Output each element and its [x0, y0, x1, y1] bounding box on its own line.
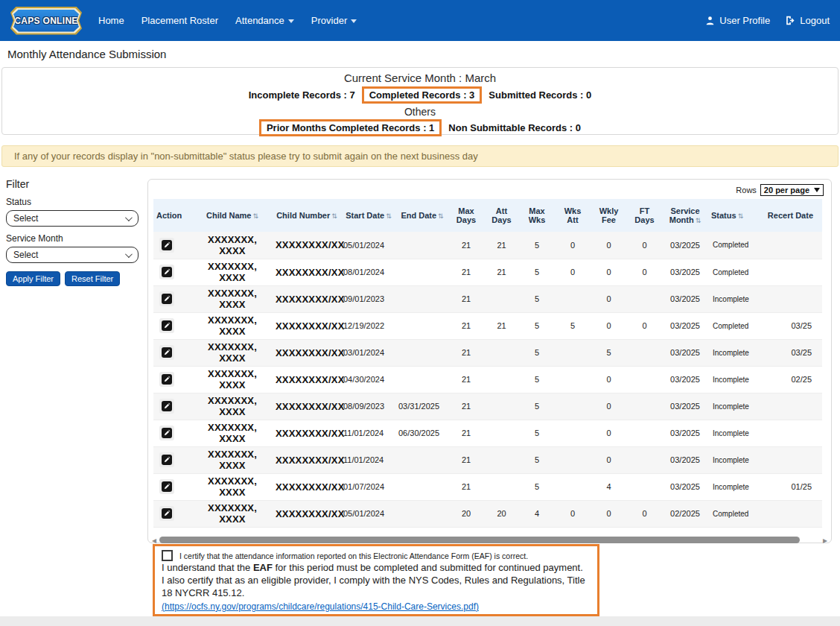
cell-att-days: 20 [484, 500, 519, 527]
reset-filter-button[interactable]: Reset Filter [65, 271, 120, 286]
sort-icon: ⇅ [252, 212, 258, 220]
col-header-status[interactable]: Status⇅ [708, 199, 751, 232]
apply-filter-button[interactable]: Apply Filter [6, 271, 60, 286]
edit-record-button[interactable] [159, 345, 174, 360]
logout-link[interactable]: Logout [785, 15, 830, 26]
rows-per-page-select[interactable]: 20 per page [760, 184, 824, 196]
scrollbar-thumb[interactable] [159, 537, 800, 543]
col-header-start-date[interactable]: Start Date⇅ [341, 199, 396, 232]
cell-name: XXXXXXX, XXXX [192, 446, 273, 473]
cell-max-wks: 5 [519, 420, 555, 446]
col-header-recert-date: Recert Date [751, 199, 822, 232]
cell-status: Incomplete [708, 366, 751, 393]
edit-record-button[interactable] [159, 399, 174, 414]
cell-recert: 03/25 [751, 312, 822, 339]
edit-record-button[interactable] [159, 426, 174, 440]
edit-record-button[interactable] [159, 372, 174, 387]
cell-max-wks: 5 [519, 232, 555, 259]
cell-end [396, 500, 448, 527]
submitted-records-count: Submitted Records : 0 [489, 89, 591, 101]
non-submittable-warning: If any of your records display in "non-s… [1, 145, 839, 167]
chevron-down-icon [351, 19, 357, 23]
pencil-icon [162, 294, 172, 304]
cell-att-days [484, 420, 519, 446]
col-header-end-date[interactable]: End Date⇅ [396, 199, 448, 232]
nav-right: User Profile Logout [705, 15, 830, 26]
cell-max-wks: 4 [519, 500, 555, 527]
cell-max-days: 21 [448, 232, 484, 259]
cell-start: 04/30/2024 [341, 366, 396, 393]
pencil-icon [162, 401, 172, 411]
edit-record-button[interactable] [159, 452, 174, 467]
nav-placement-roster[interactable]: Placement Roster [141, 15, 218, 26]
non-submittable-records-count: Non Submittable Records : 0 [448, 122, 581, 133]
nav-attendance-dropdown[interactable]: Attendance [235, 15, 294, 26]
cell-name: XXXXXXX, XXXX [192, 393, 273, 420]
caps-online-logo[interactable]: CAPS ONLINE [10, 7, 82, 35]
summary-panel: Current Service Month : March Incomplete… [1, 67, 839, 135]
edit-record-button[interactable] [159, 238, 174, 253]
cell-recert: 02/25 [751, 366, 822, 393]
cell-recert [751, 500, 822, 527]
col-header-max-days: Max Days [448, 199, 484, 232]
cell-service-month: 03/2025 [662, 366, 708, 393]
cell-max-days: 21 [448, 339, 484, 366]
incomplete-records-count: Incomplete Records : 7 [249, 89, 355, 101]
cell-name: XXXXXXX, XXXX [192, 473, 273, 500]
cell-ft-days: 0 [627, 232, 662, 259]
cell-wkly-fee: 0 [591, 259, 627, 285]
scrollbar-track[interactable] [159, 537, 820, 544]
service-month-filter-label: Service Month [6, 233, 140, 244]
cell-action [153, 473, 192, 500]
certify-checkbox[interactable] [162, 550, 173, 561]
cell-action [153, 339, 192, 366]
rows-label: Rows [736, 186, 757, 195]
cell-max-days: 21 [448, 312, 484, 339]
nav-home[interactable]: Home [98, 15, 124, 26]
cell-max-days: 21 [448, 393, 484, 420]
status-select[interactable]: Select [6, 210, 139, 227]
cell-action [153, 420, 192, 446]
cell-action [153, 312, 192, 339]
cell-max-wks: 5 [519, 312, 555, 339]
cell-att-days: 21 [484, 312, 519, 339]
cell-status: Incomplete [708, 473, 751, 500]
col-header-wkly-fee: Wkly Fee [591, 199, 627, 232]
attendance-table-panel: Rows 20 per page ActionChild Name⇅Child … [147, 179, 832, 543]
col-header-wks-att: Wks Att [555, 199, 591, 232]
certify-statement: I certify that the attendance informatio… [179, 551, 528, 560]
scroll-right-arrow-icon[interactable]: ▸ [823, 536, 827, 545]
pencil-icon [162, 267, 172, 277]
nav-provider-dropdown[interactable]: Provider [311, 15, 357, 26]
scroll-left-arrow-icon[interactable]: ◂ [152, 536, 156, 545]
others-label: Others [2, 106, 838, 118]
cell-service-month: 03/2025 [662, 312, 708, 339]
user-profile-link[interactable]: User Profile [705, 15, 770, 26]
table-row: XXXXXXX, XXXXXXXXXXXX/XX12/19/2022212155… [153, 312, 822, 339]
col-header-child-name[interactable]: Child Name⇅ [192, 199, 273, 232]
col-header-child-number[interactable]: Child Number⇅ [273, 199, 341, 232]
edit-record-button[interactable] [159, 318, 174, 333]
col-header-action: Action [153, 199, 192, 232]
regulations-link[interactable]: (https://ocfs.ny.gov/programs/childcare/… [162, 601, 479, 612]
edit-record-button[interactable] [159, 506, 174, 521]
service-month-select[interactable]: Select [6, 247, 139, 263]
chevron-down-icon [125, 250, 133, 258]
cell-number: XXXXXXXX/XX [273, 473, 341, 500]
cell-wkly-fee: 0 [591, 446, 627, 473]
cell-name: XXXXXXX, XXXX [192, 339, 273, 366]
edit-record-button[interactable] [159, 291, 174, 306]
cell-name: XXXXXXX, XXXX [192, 232, 273, 259]
cell-number: XXXXXXXX/XX [273, 259, 341, 285]
pencil-icon [162, 320, 172, 331]
table-header-row: ActionChild Name⇅Child Number⇅Start Date… [153, 199, 822, 232]
edit-record-button[interactable] [159, 479, 174, 494]
cell-service-month: 03/2025 [662, 446, 708, 473]
cell-att-days: 21 [484, 232, 519, 259]
edit-record-button[interactable] [159, 265, 174, 279]
col-header-service-month[interactable]: Service Month⇅ [662, 199, 708, 232]
cell-recert [751, 285, 822, 312]
pencil-icon [162, 508, 172, 519]
cell-wkly-fee: 0 [591, 500, 627, 527]
cell-start: 11/01/2024 [341, 446, 396, 473]
